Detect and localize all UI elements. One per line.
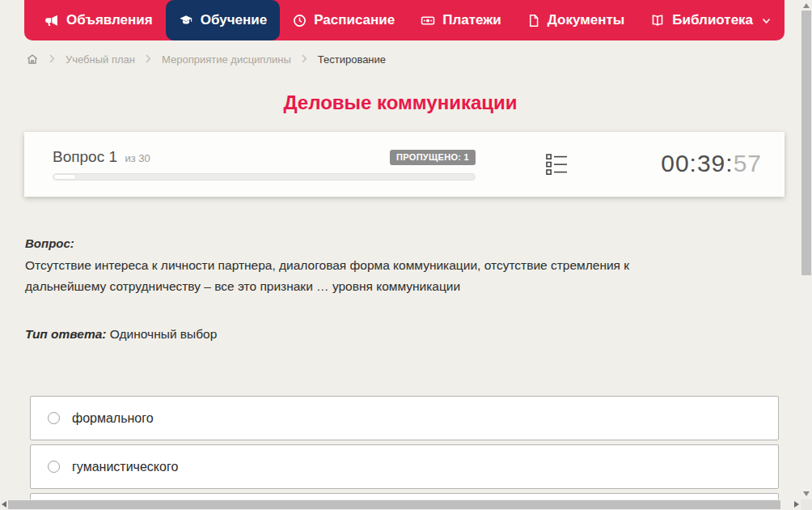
nav-item-announcements[interactable]: Объявления xyxy=(32,0,166,40)
top-navigation: Объявления Обучение Расписание Платежи Д… xyxy=(24,0,785,40)
answer-type-value: Одиночный выбор xyxy=(110,327,218,341)
timer-seconds: 57 xyxy=(734,150,762,176)
nav-item-label: Документы xyxy=(548,12,625,28)
quiz-page: Объявления Обучение Расписание Платежи Д… xyxy=(0,0,812,510)
book-icon xyxy=(650,14,665,28)
scroll-left-arrow-icon[interactable] xyxy=(2,501,6,508)
question-total: из 30 xyxy=(125,152,150,164)
timer-hours-minutes: 00:39: xyxy=(661,150,733,176)
nav-item-documents[interactable]: Документы xyxy=(514,0,638,40)
answer-options: формального гуманистического xyxy=(30,396,779,510)
scrollbar-corner xyxy=(801,499,812,510)
radio-button-icon[interactable] xyxy=(48,461,60,473)
breadcrumb-discipline-event[interactable]: Мероприятие дисциплины xyxy=(162,53,291,66)
answer-option[interactable]: гуманистического xyxy=(30,444,779,489)
clock-icon xyxy=(293,14,307,28)
nav-item-label: Расписание xyxy=(314,12,395,28)
breadcrumb-curriculum[interactable]: Учебный план xyxy=(66,53,135,66)
scroll-down-arrow-icon[interactable] xyxy=(803,491,810,496)
chevron-right-icon xyxy=(49,53,55,66)
document-icon xyxy=(527,14,540,28)
question-number: Вопрос 1 xyxy=(53,148,117,165)
answer-type-row: Тип ответа: Одиночный выбор xyxy=(25,327,217,342)
nav-item-library[interactable]: Библиотека xyxy=(637,0,784,40)
question-heading: Вопрос: xyxy=(25,236,74,250)
answer-type-label: Тип ответа: xyxy=(25,327,107,341)
home-icon[interactable] xyxy=(26,53,39,68)
chevron-right-icon xyxy=(146,53,151,66)
banknote-icon xyxy=(421,14,435,28)
scroll-up-arrow-icon[interactable] xyxy=(803,3,810,8)
answer-option-label: гуманистического xyxy=(72,460,178,474)
nav-item-label: Объявления xyxy=(66,12,153,28)
question-header-panel: Вопрос 1 из 30 ПРОПУЩЕНО: 1 00:39:57 xyxy=(24,132,785,197)
question-list-icon[interactable] xyxy=(546,153,568,180)
page-title: Деловые коммуникации xyxy=(0,91,801,114)
megaphone-icon xyxy=(45,14,59,28)
answer-option[interactable]: формального xyxy=(30,396,779,440)
chevron-down-icon xyxy=(762,18,771,24)
question-progress-block: Вопрос 1 из 30 ПРОПУЩЕНО: 1 xyxy=(53,148,476,181)
nav-item-label: Библиотека xyxy=(672,12,753,28)
answer-option-label: формального xyxy=(72,411,154,426)
vertical-scrollbar-thumb[interactable] xyxy=(801,11,811,275)
horizontal-scrollbar[interactable] xyxy=(0,499,801,510)
question-counter: Вопрос 1 из 30 xyxy=(53,148,150,166)
nav-item-payments[interactable]: Платежи xyxy=(408,0,514,40)
radio-button-icon[interactable] xyxy=(48,412,60,424)
nav-item-label: Платежи xyxy=(442,12,501,28)
nav-item-label: Обучение xyxy=(201,12,267,28)
progress-bar xyxy=(53,173,476,181)
nav-item-schedule[interactable]: Расписание xyxy=(280,0,408,40)
question-text: Отсутствие интереса к личности партнера,… xyxy=(25,255,708,297)
graduation-cap-icon xyxy=(179,14,193,28)
countdown-timer: 00:39:57 xyxy=(661,150,762,177)
scroll-right-arrow-icon[interactable] xyxy=(794,501,799,508)
progress-bar-fill xyxy=(53,174,76,180)
nav-item-learning[interactable]: Обучение xyxy=(166,0,280,40)
skipped-badge: ПРОПУЩЕНО: 1 xyxy=(390,150,476,165)
horizontal-scrollbar-thumb[interactable] xyxy=(8,500,780,509)
breadcrumb: Учебный план Мероприятие дисциплины Тест… xyxy=(26,49,386,69)
vertical-scrollbar[interactable] xyxy=(801,0,812,499)
chevron-right-icon xyxy=(302,53,307,66)
breadcrumb-testing: Тестирование xyxy=(318,53,386,66)
